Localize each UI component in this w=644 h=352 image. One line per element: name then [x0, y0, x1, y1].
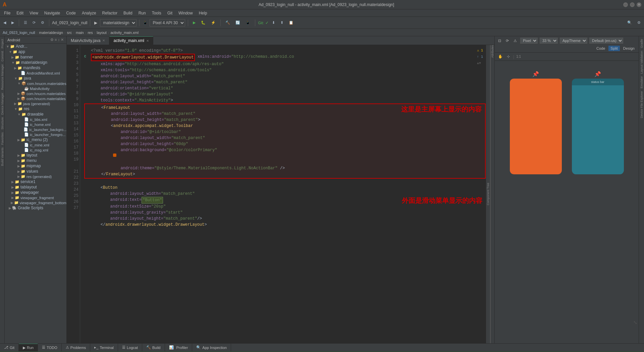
tree-item-com1[interactable]: ▼ 📦 com.hnucm.materialdes [5, 81, 66, 86]
tree-item-com2[interactable]: ▶ 📦 com.hnucm.materialdes [5, 91, 66, 96]
favorites-label[interactable]: Favorites [1, 132, 4, 145]
tree-item-banner[interactable]: ▶ 📁 banner [5, 54, 66, 60]
close-button[interactable]: ✕ [637, 2, 641, 7]
tab-run[interactable]: ▶ Run [19, 344, 38, 352]
zoom-to-fit-btn[interactable]: ⊡ [497, 38, 502, 44]
tree-item-mainactivity[interactable]: ☕ MainActivity [5, 86, 66, 91]
tab-terminal[interactable]: ▸_ Terminal [90, 344, 118, 352]
tree-item-viewpager-frag[interactable]: ▶ 📁 viewpager_fragment [5, 195, 66, 200]
tree-item-values[interactable]: ▶ 📁 values [5, 169, 66, 174]
tab-activity-main[interactable]: activity_main.xml ✕ [109, 36, 153, 45]
tab-build[interactable]: 🔨 Build [142, 344, 165, 352]
tree-item-res[interactable]: ▼ 📁 res [5, 106, 66, 112]
menu-build[interactable]: Build [121, 10, 135, 16]
layout-validation-label[interactable]: Layout Validation [640, 51, 643, 74]
git-pull-btn[interactable]: ⬇ [270, 19, 277, 26]
tab-problems[interactable]: ⚠ Problems [62, 344, 90, 352]
component-tree-panel[interactable]: Component Tree [486, 45, 490, 343]
avd-manager-btn[interactable]: 📱 [244, 19, 252, 26]
resource-manager-label[interactable]: Resource Manager [1, 64, 4, 90]
tree-item-ic-launcher-bg[interactable]: 📄 ic_launcher_backgro... [5, 127, 66, 132]
code-view-btn[interactable]: Code [594, 46, 607, 51]
design-view-btn[interactable]: Design [621, 46, 637, 51]
theme-dropdown[interactable]: AppTheme [560, 38, 587, 44]
run-config-dropdown[interactable]: materialdesign [100, 19, 137, 27]
menu-window[interactable]: Window [176, 10, 196, 16]
tab-mainactivity[interactable]: MainActivity.java ✕ [67, 36, 109, 45]
tree-item-materialdesign[interactable]: ▼ 📁 materialdesign [5, 60, 66, 65]
menu-refactor[interactable]: Refactor [100, 10, 120, 16]
toolbar-forward-btn[interactable]: ▶ [9, 19, 16, 26]
close-icon[interactable]: ✕ [102, 39, 105, 42]
sync-project-btn[interactable]: 🔄 [233, 19, 242, 26]
build-btn[interactable]: 🔨 [223, 19, 232, 26]
search-everywhere-btn[interactable]: 🔍 [625, 19, 634, 26]
menu-help[interactable]: Help [196, 10, 210, 16]
attributes-panel[interactable]: Attributes [490, 45, 494, 343]
tree-item-ic-menu[interactable]: ▶ 📁 ic_menu (2) [5, 137, 66, 142]
toolbar-project-view-btn[interactable]: ☰ [22, 19, 29, 26]
menu-tools[interactable]: Tools [149, 10, 164, 16]
tree-item-android[interactable]: ▼ 📁 Andr... [5, 44, 66, 49]
menu-run[interactable]: Run [136, 10, 149, 16]
menu-navigate[interactable]: Navigate [42, 10, 63, 16]
tree-item-com3[interactable]: ▶ 📦 com.hnucm.materialdes [5, 96, 66, 101]
tree-item-service1[interactable]: ▶ 📁 service1 [5, 179, 66, 184]
breadcrumb-main[interactable]: main [76, 31, 84, 35]
menu-view[interactable]: View [27, 10, 41, 16]
breadcrumb-layout[interactable]: layout [97, 31, 106, 35]
refresh-btn[interactable]: ⟳ [504, 38, 510, 44]
tree-item-ic-msg[interactable]: 📄 ic_msg.xml [5, 147, 66, 152]
window-controls[interactable]: — □ ✕ [623, 2, 641, 7]
attach-debugger-btn[interactable]: ⚡ [209, 19, 218, 26]
tree-item-drawable[interactable]: ▼ 📁 drawable [5, 112, 66, 117]
tab-app-inspection[interactable]: 🔍 App Inspection [192, 344, 231, 352]
project-label[interactable]: Project [1, 39, 4, 48]
tree-item-java[interactable]: ▼ 📁 java [5, 76, 66, 81]
run-button[interactable]: ▶ [191, 19, 198, 26]
gradle-label[interactable]: Gradle [640, 39, 643, 48]
pixel-density-dropdown[interactable]: Pixel [520, 38, 538, 44]
menu-code[interactable]: Code [63, 10, 78, 16]
breadcrumb-src[interactable]: src [67, 31, 72, 35]
menu-file[interactable]: File [1, 10, 13, 16]
tab-profiler[interactable]: 📊 Profiler [165, 344, 193, 352]
build-variants-label[interactable]: Build Variants [1, 147, 4, 166]
tree-item-viewpager-frag-bottom[interactable]: ▶ 📁 viewpager_fragment_bottom [5, 200, 66, 205]
git-history-btn[interactable]: 📋 [287, 19, 296, 26]
device-manager-label[interactable]: Device Manager [1, 93, 4, 115]
menu-analyze[interactable]: Analyze [79, 10, 99, 16]
split-view-btn[interactable]: Split [608, 46, 620, 51]
structure-label[interactable]: Structure [1, 117, 4, 130]
minimize-button[interactable]: — [623, 2, 628, 7]
git-push-btn[interactable]: ⬆ [278, 19, 285, 26]
select-btn[interactable]: ⊹ [505, 54, 511, 59]
resize-handle[interactable]: ⤡ [633, 320, 637, 325]
tree-item-res-gen[interactable]: ▶ 📁 res (generated) [5, 174, 66, 179]
errors-btn[interactable]: ⚠ [512, 38, 518, 44]
menu-git[interactable]: Git [165, 10, 175, 16]
tree-item-mipmap[interactable]: ▶ 📁 mipmap [5, 163, 66, 169]
tab-logcat[interactable]: ☰ Logcat [118, 344, 142, 352]
breadcrumb-module[interactable]: materialdesign [39, 31, 63, 35]
toolbar-back-btn[interactable]: ◀ [1, 19, 8, 26]
menu-edit[interactable]: Edit [14, 10, 26, 16]
device-dropdown[interactable]: Pixel 4 API 30 [150, 19, 185, 27]
tree-item-viewpager[interactable]: ▶ 📁 viewpager [5, 190, 66, 195]
close-icon[interactable]: ✕ [146, 39, 149, 43]
toolbar-settings-btn[interactable]: ⚙ [39, 19, 46, 26]
tree-item-manifests[interactable]: ▶ 📁 manifests [5, 65, 66, 71]
device-file-explorer-label[interactable]: Device File Explorer [640, 91, 643, 118]
tree-item-ic-mine[interactable]: 📄 ic_mine.xml [5, 142, 66, 147]
maximize-button[interactable]: □ [630, 2, 635, 7]
tree-item-menu[interactable]: ▶ 📁 menu [5, 158, 66, 163]
breadcrumb-res[interactable]: res [88, 31, 93, 35]
debug-button[interactable]: 🐛 [199, 19, 208, 26]
code-editor[interactable]: 1 2 3 4 5 6 7 8 9 10 11 12 13 14 15 16 1… [67, 45, 494, 343]
tree-item-ic-launcher-fg[interactable]: 📄 ic_launcher_foregro... [5, 132, 66, 137]
toolbar-sync-btn[interactable]: ⟳ [31, 19, 38, 26]
emulator-label[interactable]: Emulator [640, 76, 643, 88]
tree-item-ic-bbs[interactable]: 📄 ic_bbs.xml [5, 117, 66, 122]
tree-item-java-gen[interactable]: ▶ 📁 java (generated) [5, 101, 66, 106]
tree-item-ic-home[interactable]: 📄 ic_home.xml [5, 122, 66, 127]
